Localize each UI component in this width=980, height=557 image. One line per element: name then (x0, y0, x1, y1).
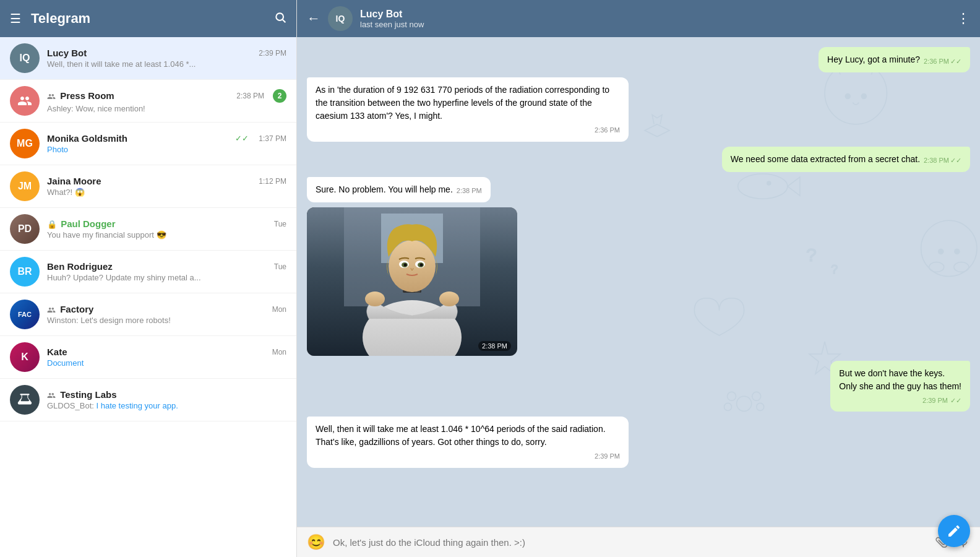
avatar-factory: FAC (10, 300, 40, 329)
message-time: 2:39 PM (922, 395, 948, 406)
chat-name: 🔒 Paul Dogger (47, 218, 116, 229)
svg-point-39 (404, 263, 407, 266)
message-7: Well, then it will take me at least 1.04… (307, 417, 629, 468)
svg-point-29 (365, 291, 385, 306)
chat-preview: GLDOS_Bot: I hate testing your app. (47, 401, 286, 410)
message-input[interactable] (333, 537, 927, 548)
chat-item-kate[interactable]: K Kate Mon Document (0, 336, 296, 379)
message-4: Sure. No problem. You will help me. 2:38… (307, 177, 491, 202)
chat-time: 2:39 PM (259, 49, 286, 58)
chat-info-jaina: Jaina Moore 1:12 PM What?! 😱 (47, 176, 286, 197)
chat-list: IQ Lucy Bot 2:39 PM Well, then it will t… (0, 37, 296, 557)
chat-panel: ? ? ← IQ Lucy Bot last seen just now ⋮ (297, 0, 980, 557)
chat-preview: Document (47, 358, 286, 368)
chat-name: Press Room (47, 90, 114, 101)
message-text: Well, then it will take me at least 1.04… (316, 424, 606, 447)
chat-info-testing-labs: Testing Labs GLDOS_Bot: I hate testing y… (47, 389, 286, 410)
tick-icon: ✓✓ (950, 56, 961, 67)
chat-info-paul: 🔒 Paul Dogger Tue You have my financial … (47, 218, 286, 240)
chat-info-monika: Monika Goldsmith ✓✓ 1:37 PM Photo (47, 133, 286, 154)
chat-preview: Ashley: Wow, nice mention! (47, 104, 286, 113)
chat-header-info: Lucy Bot last seen just now (360, 9, 956, 29)
chat-preview: Winston: Let's design more robots! (47, 316, 286, 325)
message-3: We need some data extracted from a secre… (722, 147, 970, 172)
back-button[interactable]: ← (307, 11, 320, 27)
svg-line-1 (283, 19, 286, 22)
chat-menu-button[interactable]: ⋮ (956, 11, 970, 27)
chat-name: Kate (47, 347, 67, 357)
message-text: Sure. No problem. You will help me. (316, 183, 453, 196)
message-text: We need some data extracted from a secre… (731, 153, 920, 166)
message-6: But we don't have the keys.Only she and … (830, 361, 970, 412)
chat-name: Lucy Bot (47, 48, 87, 58)
chat-header-avatar: IQ (328, 6, 353, 31)
chat-preview: Well, then it will take me at least 1.04… (47, 59, 286, 69)
chat-name: Ben Rodriguez (47, 261, 113, 272)
chat-info-press-room: Press Room 2:38 PM 2 Ashley: Wow, nice m… (47, 89, 286, 113)
chat-header: ← IQ Lucy Bot last seen just now ⋮ (297, 0, 980, 37)
chat-preview: You have my financial support 😎 (47, 230, 286, 240)
chat-item-paul[interactable]: PD 🔒 Paul Dogger Tue You have my financi… (0, 208, 296, 251)
tick-icon: ✓✓ (950, 395, 961, 406)
unread-badge: 2 (273, 89, 286, 103)
avatar-jaina: JM (10, 171, 40, 201)
avatar-paul: PD (10, 214, 40, 244)
emoji-button[interactable]: 😊 (307, 533, 325, 551)
chat-input-bar: 😊 (297, 527, 980, 557)
message-5-image: 2:38 PM (307, 207, 517, 356)
chat-preview: What?! 😱 (47, 188, 286, 197)
search-icon[interactable] (274, 11, 286, 27)
chat-item-ben[interactable]: BR Ben Rodriguez Tue Huuh? Update? Updat… (0, 251, 296, 293)
chat-name: Factory (47, 304, 93, 314)
avatar-testing-labs (10, 385, 40, 415)
chat-info-lucy-bot: Lucy Bot 2:39 PM Well, then it will take… (47, 48, 286, 69)
hamburger-menu[interactable]: ☰ (10, 11, 21, 26)
messages-area: Hey Lucy, got a minute? 2:36 PM ✓✓ As in… (297, 37, 980, 527)
sidebar-header: ☰ Telegram (0, 0, 296, 37)
chat-item-press-room[interactable]: Press Room 2:38 PM 2 Ashley: Wow, nice m… (0, 80, 296, 123)
image-content: 2:38 PM (307, 207, 517, 356)
chat-header-status: last seen just now (360, 20, 956, 29)
avatar-kate: K (10, 342, 40, 372)
chat-name: Monika Goldsmith (47, 133, 127, 144)
svg-point-34 (389, 240, 436, 292)
chat-name: Jaina Moore (47, 176, 101, 186)
message-time: 2:36 PM (595, 125, 620, 136)
avatar-press-room (10, 86, 40, 116)
message-time: 2:38 PM (924, 155, 949, 166)
message-text: Hey Lucy, got a minute? (827, 53, 920, 66)
compose-fab[interactable] (938, 515, 970, 547)
chat-preview: Photo (47, 145, 286, 154)
chat-item-factory[interactable]: FAC Factory Mon Winston: Let's design mo… (0, 293, 296, 336)
message-text: But we don't have the keys.Only she and … (839, 367, 961, 393)
svg-point-0 (276, 13, 283, 20)
chat-item-jaina[interactable]: JM Jaina Moore 1:12 PM What?! 😱 (0, 165, 296, 208)
chat-info-factory: Factory Mon Winston: Let's design more r… (47, 304, 286, 325)
chat-item-lucy-bot[interactable]: IQ Lucy Bot 2:39 PM Well, then it will t… (0, 37, 296, 80)
message-2: As in 'the duration of 9 192 631 770 per… (307, 77, 629, 142)
chat-name: Testing Labs (47, 389, 117, 400)
chat-preview: Huuh? Update? Update my shiny metal a... (47, 273, 286, 282)
chat-item-monika[interactable]: MG Monika Goldsmith ✓✓ 1:37 PM Photo (0, 123, 296, 165)
avatar-ben: BR (10, 257, 40, 287)
message-time: 2:36 PM (924, 56, 949, 67)
message-time: 2:39 PM (595, 451, 620, 462)
double-check-icon: ✓✓ (235, 134, 249, 143)
tick-icon: ✓✓ (950, 155, 961, 166)
svg-point-40 (420, 263, 423, 266)
chat-info-kate: Kate Mon Document (47, 347, 286, 368)
app-title: Telegram (31, 11, 274, 27)
chat-info-ben: Ben Rodriguez Tue Huuh? Update? Update m… (47, 261, 286, 282)
sidebar: ☰ Telegram IQ (0, 0, 297, 557)
chat-header-name: Lucy Bot (360, 9, 956, 20)
svg-point-30 (439, 291, 459, 306)
message-1: Hey Lucy, got a minute? 2:36 PM ✓✓ (819, 47, 970, 72)
message-time: 2:38 PM (457, 186, 482, 196)
avatar-monika: MG (10, 129, 40, 158)
avatar-lucy-bot: IQ (10, 43, 40, 73)
chat-item-testing-labs[interactable]: Testing Labs GLDOS_Bot: I hate testing y… (0, 379, 296, 421)
image-timestamp: 2:38 PM (478, 341, 511, 351)
message-text: As in 'the duration of 9 192 631 770 per… (316, 85, 609, 121)
